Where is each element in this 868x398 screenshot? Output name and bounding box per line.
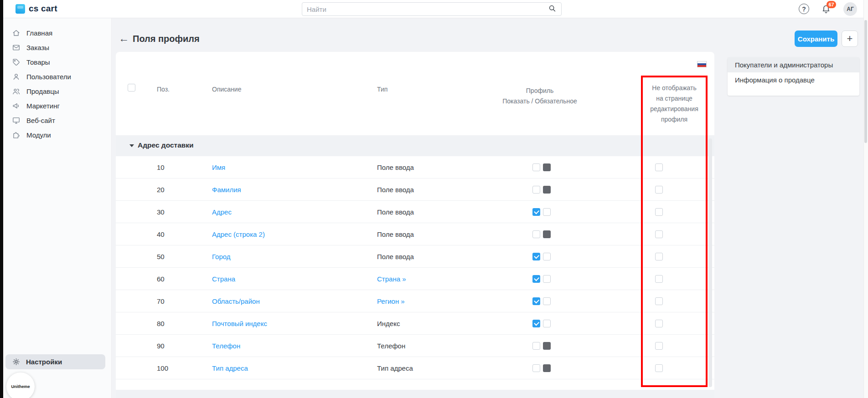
show-checkbox[interactable] [532, 163, 540, 171]
show-checkbox[interactable] [532, 230, 540, 238]
select-all-checkbox[interactable] [128, 84, 135, 92]
required-checkbox[interactable] [543, 320, 551, 327]
sidebar-item-orders[interactable]: Заказы [3, 40, 111, 55]
show-checkbox[interactable] [532, 342, 540, 350]
settings-label: Настройки [26, 358, 62, 366]
search-icon[interactable] [548, 4, 557, 15]
required-checkbox[interactable] [543, 230, 551, 238]
field-type: Тип адреса [377, 357, 413, 379]
vendors-icon [11, 87, 21, 96]
sidebar-item-label: Главная [26, 29, 52, 37]
hide-on-profile-checkbox[interactable] [655, 320, 663, 327]
required-checkbox[interactable] [543, 163, 551, 171]
sidebar-item-label: Пользователи [26, 73, 71, 81]
website-icon [11, 116, 21, 125]
required-checkbox[interactable] [543, 275, 551, 283]
field-type: Поле ввода [377, 156, 414, 179]
row-position: 40 [157, 223, 165, 245]
field-type: Телефон [377, 335, 405, 357]
sidebar-item-addons[interactable]: Модули [3, 128, 111, 142]
user-avatar[interactable]: АГ [843, 2, 857, 16]
show-checkbox[interactable] [532, 253, 540, 260]
table-rows: 10 Имя Поле ввода 20 Фамилия Поле ввода … [116, 156, 714, 379]
sidebar-item-label: Веб-сайт [26, 117, 55, 124]
sidebar-item-label: Модули [26, 131, 51, 139]
profile-types-panel: Покупатели и администраторыИнформация о … [728, 57, 859, 96]
field-name-link[interactable]: Почтовый индекс [212, 312, 267, 335]
notifications-button[interactable]: 67 [821, 4, 833, 16]
users-icon [11, 72, 21, 81]
field-name-link[interactable]: Адрес [212, 201, 232, 223]
field-name-link[interactable]: Адрес (строка 2) [212, 223, 265, 245]
required-checkbox[interactable] [543, 297, 551, 305]
sidebar-item-settings[interactable]: Настройки [5, 354, 105, 369]
capture-edge [0, 0, 3, 398]
sidebar-item-home[interactable]: Главная [3, 26, 111, 40]
hide-on-profile-checkbox[interactable] [655, 342, 663, 350]
required-checkbox[interactable] [543, 342, 551, 350]
required-checkbox[interactable] [543, 208, 551, 216]
table-row: 10 Имя Поле ввода [116, 156, 714, 179]
column-header-type: Тип [377, 86, 388, 93]
show-checkbox[interactable] [532, 186, 540, 194]
hide-on-profile-checkbox[interactable] [655, 275, 663, 283]
field-name-link[interactable]: Фамилия [212, 179, 241, 201]
required-checkbox[interactable] [543, 253, 551, 260]
field-name-link[interactable]: Страна [212, 268, 235, 290]
field-name-link[interactable]: Тип адреса [212, 357, 248, 379]
show-checkbox[interactable] [532, 297, 540, 305]
table-row: 100 Тип адреса Тип адреса [116, 357, 714, 379]
hide-on-profile-checkbox[interactable] [655, 253, 663, 260]
search-input[interactable] [307, 5, 548, 13]
page-scrollbar[interactable] [863, 0, 868, 398]
sidebar-item-users[interactable]: Пользователи [3, 69, 111, 84]
side-panel-item[interactable]: Покупатели и администраторы [728, 57, 859, 72]
hide-on-profile-checkbox[interactable] [655, 230, 663, 238]
language-flag-icon[interactable] [697, 61, 707, 67]
row-position: 10 [157, 156, 165, 179]
sidebar-item-products[interactable]: Товары [3, 55, 111, 69]
collapse-caret-icon[interactable] [129, 144, 134, 147]
sidebar-item-marketing[interactable]: Маркетинг [3, 98, 111, 113]
cscart-logo-icon [16, 4, 25, 14]
next-section-row [116, 390, 714, 398]
global-search[interactable] [302, 2, 562, 16]
hide-on-profile-checkbox[interactable] [655, 163, 663, 171]
save-button[interactable]: Сохранить [795, 31, 837, 47]
hide-on-profile-checkbox[interactable] [655, 364, 663, 372]
cscart-logo[interactable]: cs cart [16, 4, 57, 14]
show-checkbox[interactable] [532, 364, 540, 372]
sidebar-item-website[interactable]: Веб-сайт [3, 113, 111, 128]
field-name-link[interactable]: Телефон [212, 335, 240, 357]
hide-on-profile-checkbox[interactable] [655, 297, 663, 305]
cscart-logo-text: cs cart [29, 4, 57, 14]
sidebar-item-label: Товары [26, 58, 50, 66]
add-field-button[interactable]: + [842, 31, 858, 47]
side-panel-item[interactable]: Информация о продавце [728, 72, 859, 87]
orders-icon [11, 43, 21, 52]
field-type[interactable]: Страна » [377, 268, 406, 290]
show-checkbox[interactable] [532, 320, 540, 327]
show-checkbox[interactable] [532, 208, 540, 216]
field-name-link[interactable]: Область/район [212, 290, 260, 312]
column-header-profile: Профиль Показать / Обязательное [485, 86, 594, 107]
required-checkbox[interactable] [543, 186, 551, 194]
field-name-link[interactable]: Имя [212, 156, 225, 179]
top-header: cs cart ? 67 АГ [0, 0, 868, 18]
back-button[interactable]: ← [119, 32, 129, 46]
page-scrollbar-thumb[interactable] [864, 20, 867, 143]
required-checkbox[interactable] [543, 364, 551, 372]
table-row: 90 Телефон Телефон [116, 335, 714, 357]
show-checkbox[interactable] [532, 275, 540, 283]
unitheme-badge[interactable]: Unitheme [6, 372, 35, 398]
field-name-link[interactable]: Город [212, 245, 231, 268]
table-row: 30 Адрес Поле ввода [116, 201, 714, 223]
row-position: 80 [157, 312, 165, 335]
help-button[interactable]: ? [799, 4, 809, 14]
field-type[interactable]: Регион » [377, 290, 405, 312]
sidebar-item-vendors[interactable]: Продавцы [3, 84, 111, 98]
hide-on-profile-checkbox[interactable] [655, 208, 663, 216]
hide-on-profile-checkbox[interactable] [655, 186, 663, 194]
table-scrollbar[interactable] [708, 138, 712, 387]
field-type: Поле ввода [377, 245, 414, 268]
